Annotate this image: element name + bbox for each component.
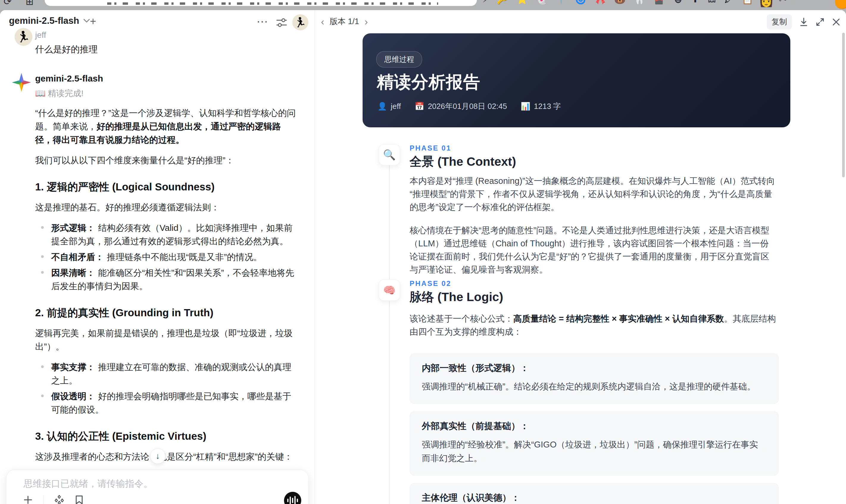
extension-icon[interactable]: 🖊	[725, 0, 734, 5]
app-window: gemini-2.5-flash + ⋯ 🏃 🏃 jeff 什么是好的推理 ge…	[0, 10, 846, 504]
message-author: jeff	[35, 30, 298, 40]
report-date: 2026年01月08日 02:45	[428, 101, 507, 112]
extension-icon[interactable]: 👻	[536, 0, 547, 5]
thinking-process-badge: 思维过程	[376, 51, 422, 68]
phase-body: 该论述基于一个核心公式：高质量结论 = 结构完整性 × 事实准确性 × 认知自律…	[410, 312, 776, 348]
message-text: 什么是好的推理	[35, 43, 298, 56]
extension-icon[interactable]: 🌀	[575, 0, 587, 5]
card-title: 内部一致性（形式逻辑）：	[422, 362, 766, 374]
report-meta: 👤jeff 📅2026年01月08日 02:45 📊1213 字	[377, 101, 561, 112]
report-title: 精读分析报告	[377, 71, 480, 94]
author-icon: 👤	[377, 102, 387, 111]
extension-icon[interactable]: ✚	[691, 0, 699, 5]
scrollbar-thumb[interactable]	[842, 33, 845, 177]
phase-timeline	[389, 146, 390, 504]
input-placeholder: 思维接口已就绪，请传输指令。	[23, 478, 153, 490]
phase-label: PHASE 02	[410, 280, 451, 288]
chat-paragraph: 我们可以从以下四个维度来衡量什么是“好的推理”：	[35, 154, 298, 167]
chat-bullet: 不自相矛盾：推理链条中不能出现“既是又非”的情况。	[35, 250, 298, 264]
phase-paragraph: 该论述基于一个核心公式：高质量结论 = 结构完整性 × 事实准确性 × 认知自律…	[410, 312, 776, 338]
extension-icon[interactable]: ✂	[779, 0, 787, 5]
report-hero-card: 思维过程 精读分析报告 👤jeff 📅2026年01月08日 02:45 📊12…	[363, 33, 790, 127]
calendar-icon: 📅	[415, 102, 424, 111]
more-options-button[interactable]: ⋯	[257, 15, 268, 28]
expand-fullscreen-icon[interactable]	[816, 18, 825, 26]
bookmark-icon[interactable]	[75, 495, 83, 504]
extension-icon[interactable]: 📍	[556, 0, 567, 5]
phase-paragraph: 核心情境在于解决“思考的随意性”问题。不论是人类通过批判性思维进行决策，还是大语…	[410, 224, 776, 276]
chat-bullet: 形式逻辑：结构必须有效（Valid）。比如演绎推理中，如果前提全部为真，那么通过…	[35, 221, 298, 248]
extension-icon[interactable]: 📋	[742, 0, 754, 5]
extension-icon[interactable]: 🗂	[707, 0, 717, 5]
chat-panel: gemini-2.5-flash + ⋯ 🏃 🏃 jeff 什么是好的推理 ge…	[0, 10, 315, 504]
assistant-message: gemini-2.5-flash 📖 精读完成! “什么是好的推理？”这是一个涉…	[12, 73, 298, 504]
version-navigator: ‹ 版本 1/1 ›	[321, 16, 368, 27]
user-message: 🏃 jeff 什么是好的推理	[15, 28, 298, 56]
card-body: 强调推理的“机械正确”。结论必须在给定的规则系统内逻辑自洽，这是推理的硬件基础。	[422, 380, 766, 393]
tab-groups-icon[interactable]: ⊞	[25, 0, 34, 7]
settings-sliders-icon[interactable]	[276, 18, 287, 28]
word-count-icon: 📊	[521, 102, 530, 111]
gemini-star-icon	[12, 73, 31, 92]
next-version-button[interactable]: ›	[364, 18, 368, 25]
model-selector[interactable]: gemini-2.5-flash	[9, 16, 90, 26]
chat-bullet: 事实支撑：推理建立在可靠的数据、准确的观测或公认的真理之上。	[35, 360, 298, 387]
book-icon: 📖	[35, 89, 46, 98]
close-icon[interactable]	[832, 18, 840, 26]
message-input[interactable]: 思维接口已就绪，请传输指令。	[6, 469, 309, 504]
chat-blocks: “什么是好的推理？”这是一个涉及逻辑学、认知科学和哲学核心的问题。简单来说，好的…	[35, 106, 298, 504]
phase-body: 本内容是对“推理 (Reasoning)”这一抽象概念的高层建模。在知识爆炸与人…	[410, 174, 776, 286]
chat-list: 事实支撑：推理建立在可靠的数据、准确的观测或公认的真理之上。假设透明：好的推理会…	[35, 360, 298, 416]
extension-icon[interactable]: 🎴	[653, 0, 665, 5]
report-preview-panel: ‹ 版本 1/1 › 复制 思维过程 精读分析报告 👤jeff 📅2026年01…	[315, 10, 846, 504]
scroll-to-bottom-button[interactable]: ↓	[150, 448, 165, 464]
phase-paragraph: 本内容是对“推理 (Reasoning)”这一抽象概念的高层建模。在知识爆炸与人…	[410, 174, 776, 214]
chat-bullet: 假设透明：好的推理会明确指明哪些是已知事实，哪些是基于可能的假设。	[35, 390, 298, 416]
browser-extension-icons: ⚡🔑⭐👻📍🌀🎀🐻🦷🎴🐵✚🗂🖊📋😊✂	[482, 0, 787, 10]
extension-icon[interactable]: 🔑	[497, 0, 508, 5]
user-avatar: 🏃	[15, 28, 32, 46]
phase-label: PHASE 01	[410, 144, 451, 152]
extension-icon[interactable]: 🐵	[673, 0, 684, 5]
chat-list: 形式逻辑：结构必须有效（Valid）。比如演绎推理中，如果前提全部为真，那么通过…	[35, 221, 298, 293]
assistant-status: 📖 精读完成!	[35, 88, 298, 99]
extension-icon[interactable]: 🎀	[595, 0, 606, 5]
phase-title: 全景 (The Context)	[410, 154, 516, 170]
copy-button[interactable]: 复制	[767, 14, 792, 30]
chat-heading: 3. 认知的公正性 (Epistemic Virtues)	[35, 429, 298, 443]
version-label: 版本 1/1	[330, 16, 359, 27]
dimension-card: 主体伦理（认识美德）： 转向推理者的心理特征。引入奥卡姆剃刀和反向论证，旨在克服…	[410, 483, 779, 504]
toolbar-divider	[43, 495, 43, 504]
extension-icon[interactable]: ⭐	[516, 0, 528, 5]
extension-icon[interactable]: 🐻	[614, 0, 626, 5]
chat-paragraph: 这涉及推理者的心态和方法论，也是区分“杠精”和“思想家”的关键：	[35, 450, 298, 463]
model-name: gemini-2.5-flash	[9, 16, 79, 26]
extension-icon[interactable]: ⚡	[482, 0, 489, 5]
download-icon[interactable]	[799, 18, 808, 26]
browser-profile-avatar[interactable]: 👩	[758, 0, 774, 7]
brain-icon: 🧠	[378, 280, 400, 301]
report-word-count: 1213 字	[534, 101, 561, 112]
skills-diamond-icon[interactable]	[54, 495, 64, 504]
prev-version-button[interactable]: ‹	[321, 18, 324, 25]
card-title: 主体伦理（认识美德）：	[422, 492, 766, 504]
dimension-card: 内部一致性（形式逻辑）： 强调推理的“机械正确”。结论必须在给定的规则系统内逻辑…	[410, 354, 779, 404]
new-chat-button[interactable]: +	[90, 16, 96, 27]
address-bar[interactable]	[45, 0, 477, 6]
report-author: jeff	[391, 102, 401, 111]
reload-icon[interactable]: ⟳	[4, 0, 12, 7]
browser-toolbar: ⟳ ⊞ ⚡🔑⭐👻📍🌀🎀🐻🦷🎴🐵✚🗂🖊📋😊✂ 👩 🟠	[0, 0, 846, 10]
extension-icon[interactable]: 🦷	[634, 0, 645, 5]
address-text-clipped	[107, 2, 438, 5]
voice-input-button[interactable]	[284, 492, 301, 504]
browser-corner-icon[interactable]: 🟠	[834, 0, 846, 10]
chat-paragraph: 这是推理的基石。好的推理必须遵循逻辑法则：	[35, 200, 298, 214]
assistant-name: gemini-2.5-flash	[35, 73, 298, 84]
card-body: 强调推理的“经验校准”。解决“GIGO（垃圾进，垃圾出）”问题，确保推理引擎运行…	[422, 438, 766, 465]
chat-paragraph: “什么是好的推理？”这是一个涉及逻辑学、认知科学和哲学核心的问题。简单来说，好的…	[35, 106, 298, 146]
dimension-card: 外部真实性（前提基础）： 强调推理的“经验校准”。解决“GIGO（垃圾进，垃圾出…	[410, 412, 779, 475]
chat-heading: 2. 前提的真实性 (Grounding in Truth)	[35, 306, 298, 319]
chat-paragraph: 逻辑再完美，如果前提是错误的，推理也是垃圾（即“垃圾进，垃圾出”）。	[35, 326, 298, 353]
chat-bullet: 因果清晰：能准确区分“相关性”和“因果关系”，不会轻率地将先后发生的事情归为因果…	[35, 266, 298, 293]
attach-plus-button[interactable]	[23, 496, 32, 504]
